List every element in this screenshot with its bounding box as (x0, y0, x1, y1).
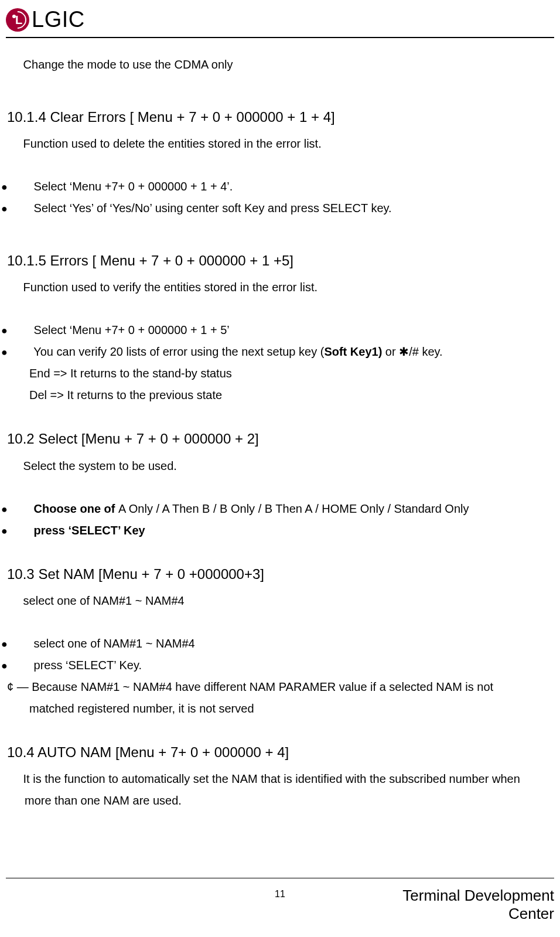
bullet-icon: ● (18, 658, 30, 674)
lg-logo-icon: L (6, 8, 29, 32)
bullet-item: ● Choose one of A Only / A Then B / B On… (7, 500, 553, 518)
pointer-icon: ☛ (7, 280, 20, 297)
section-title: 10.1.5 Errors [ Menu + 7 + 0 + 000000 + … (7, 250, 553, 271)
section-title: 10.2 Select [Menu + 7 + 0 + 000000 + 2] (7, 428, 553, 449)
header-divider (6, 37, 554, 38)
section-desc: ☛ Select the system to be used. (7, 457, 553, 475)
desc-text: Function used to verify the entities sto… (23, 281, 317, 294)
section-10-4: 10.4 AUTO NAM [Menu + 7+ 0 + 000000 + 4]… (7, 741, 553, 810)
desc-text: select one of NAM#1 ~ NAM#4 (23, 594, 185, 607)
bullet-icon: ● (18, 179, 30, 196)
bullet-text-bold: Soft Key1) (324, 345, 382, 358)
footer: 11 Terminal Development Center (6, 878, 554, 923)
bullet-text: select one of NAM#1 ~ NAM#4 (34, 637, 195, 650)
bullet-item: ● press ‘SELECT’ Key (7, 522, 553, 540)
bullet-icon: ● (18, 523, 30, 540)
bullet-item: ● press ‘SELECT’ Key. (7, 656, 553, 674)
desc-text: Function used to delete the entities sto… (23, 137, 322, 150)
page-number: 11 (189, 887, 371, 899)
section-10-1-5: 10.1.5 Errors [ Menu + 7 + 0 + 000000 + … (7, 250, 553, 404)
document-body: ☛ Change the mode to use the CDMA only 1… (6, 56, 554, 810)
section-desc: ☛ Function used to verify the entities s… (7, 278, 553, 297)
footer-right-text: Terminal Development Center (371, 887, 554, 923)
bullet-text: Select ‘Yes’ of ‘Yes/No’ using center so… (34, 202, 392, 214)
section-title: 10.1.4 Clear Errors [ Menu + 7 + 0 + 000… (7, 106, 553, 128)
section-desc: ☛ Function used to delete the entities s… (7, 135, 553, 153)
bullet-item: ● Select ‘Menu +7+ 0 + 000000 + 1 + 5’ (7, 321, 553, 339)
bullet-text: press ‘SELECT’ Key. (34, 659, 142, 672)
bullet-text-pre: You can verify 20 lists of error using t… (33, 345, 324, 358)
bullet-item: ● select one of NAM#1 ~ NAM#4 (7, 635, 553, 653)
section-10-2: 10.2 Select [Menu + 7 + 0 + 000000 + 2] … (7, 428, 553, 539)
bullet-text: Select ‘Menu +7+ 0 + 000000 + 1 + 4’. (34, 180, 233, 193)
brand-text: LGIC (32, 7, 85, 32)
note-line-1: ¢ — Because NAM#1 ~ NAM#4 have different… (7, 678, 553, 696)
bullet-rest: A Only / A Then B / B Only / B Then A / … (118, 502, 469, 515)
intro-text: Change the mode to use the CDMA only (23, 58, 233, 71)
intro-line: ☛ Change the mode to use the CDMA only (7, 56, 553, 74)
bullet-icon: ● (18, 502, 30, 518)
pointer-icon: ☛ (7, 772, 20, 788)
bullet-icon: ● (18, 201, 30, 217)
bullet-icon: ● (18, 323, 30, 339)
sub-line: End => It returns to the stand-by status (7, 364, 553, 383)
pointer-icon: ☛ (7, 137, 20, 153)
bullet-item: ● You can verify 20 lists of error using… (7, 343, 553, 361)
sub-line: Del => It returns to the previous state (7, 386, 553, 404)
bullet-bold: Choose one of (34, 502, 118, 515)
footer-row: 11 Terminal Development Center (6, 887, 554, 923)
footer-divider (6, 878, 554, 878)
section-desc: ☛ It is the function to automatically se… (7, 770, 553, 788)
bullet-text: Select ‘Menu +7+ 0 + 000000 + 1 + 5’ (34, 323, 230, 336)
pointer-icon: ☛ (7, 594, 20, 610)
bullet-bold: press ‘SELECT’ Key (34, 524, 145, 537)
section-10-3: 10.3 Set NAM [Menu + 7 + 0 +000000+3] ☛ … (7, 563, 553, 718)
page: L LGIC ☛ Change the mode to use the CDMA… (0, 0, 560, 937)
section-title: 10.4 AUTO NAM [Menu + 7+ 0 + 000000 + 4] (7, 741, 553, 763)
pointer-icon: ☛ (7, 57, 20, 74)
section-desc: ☛ select one of NAM#1 ~ NAM#4 (7, 592, 553, 610)
bullet-icon: ● (18, 345, 30, 361)
bullet-item: ● Select ‘Yes’ of ‘Yes/No’ using center … (7, 199, 553, 217)
desc-text: Select the system to be used. (23, 459, 177, 472)
bullet-icon: ● (18, 636, 30, 653)
pointer-icon: ☛ (7, 459, 20, 475)
desc-text: It is the function to automatically set … (23, 772, 520, 785)
bullet-item: ● Select ‘Menu +7+ 0 + 000000 + 1 + 4’. (7, 178, 553, 196)
section-10-1-4: 10.1.4 Clear Errors [ Menu + 7 + 0 + 000… (7, 106, 553, 217)
section-title: 10.3 Set NAM [Menu + 7 + 0 +000000+3] (7, 563, 553, 585)
bullet-text-post: or ✱/# key. (382, 345, 442, 358)
note-line-2: matched registered number, it is not ser… (7, 700, 553, 718)
desc-line-2: more than one NAM are used. (7, 792, 553, 810)
header: L LGIC (6, 7, 554, 32)
